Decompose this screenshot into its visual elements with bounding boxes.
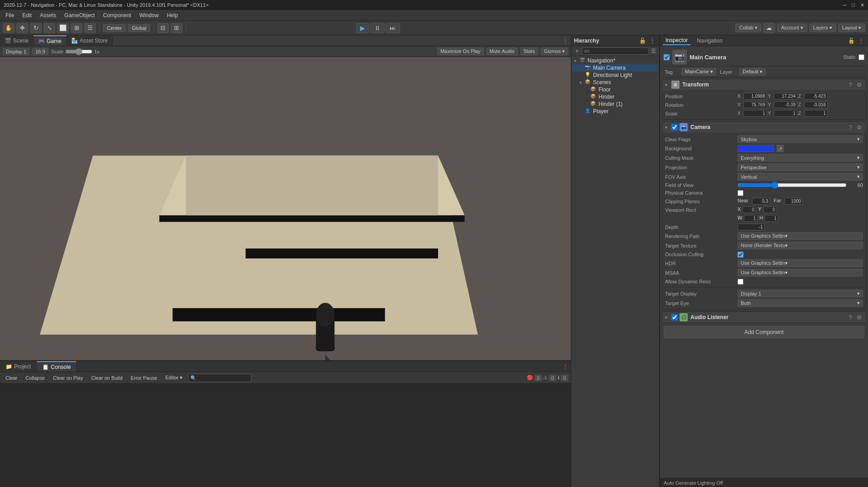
hierarchy-item-floor[interactable]: 📦 Floor <box>572 86 658 93</box>
add-component-btn[interactable]: Add Component <box>664 326 864 339</box>
msaa-dropdown[interactable]: Use Graphics Settin▾ <box>738 269 863 277</box>
bottom-options-btn[interactable]: ⋮ <box>560 363 571 370</box>
collapse-btn[interactable]: Collapse <box>23 375 48 381</box>
pos-z-input[interactable] <box>804 93 828 100</box>
scale-tool-btn[interactable]: ⤡ <box>43 23 55 33</box>
rendering-path-dropdown[interactable]: Use Graphics Settin▾ <box>738 232 863 240</box>
target-display-dropdown[interactable]: Display 1 ▾ <box>738 290 863 297</box>
menu-window[interactable]: Window <box>135 11 162 19</box>
vp-w-input[interactable] <box>744 215 757 222</box>
hierarchy-item-hinder-1[interactable]: 📦 Hinder (1) <box>572 100 658 108</box>
vp-x-input[interactable] <box>743 206 756 213</box>
scale-z-input[interactable] <box>804 110 828 117</box>
hierarchy-lock-btn[interactable]: 🔓 <box>638 37 646 45</box>
error-pause-btn[interactable]: Error Pause <box>128 375 160 381</box>
hierarchy-item-scenes[interactable]: ▾ 📦 Scenes <box>572 79 658 86</box>
pivot-center-btn[interactable]: Center <box>103 24 126 32</box>
inspector-menu-btn[interactable]: ⋮ <box>857 37 865 45</box>
custom-tool-btn[interactable]: ☰ <box>84 23 96 33</box>
background-color-picker-btn[interactable]: ↗ <box>776 145 784 152</box>
hierarchy-item-player[interactable]: 👤 Player <box>572 108 658 115</box>
clear-on-play-btn[interactable]: Clear on Play <box>50 375 86 381</box>
tab-project[interactable]: 📁 Project <box>0 361 37 372</box>
hdr-dropdown[interactable]: Use Graphics Settin▾ <box>738 259 863 267</box>
pivot-global-btn[interactable]: Global <box>128 24 150 32</box>
hand-tool-btn[interactable]: ✋ <box>3 23 14 33</box>
tab-asset-store[interactable]: 🏪 Asset Store <box>67 35 113 46</box>
audio-listener-enabled-checkbox[interactable] <box>671 314 678 320</box>
editor-dropdown-btn[interactable]: Editor ▾ <box>163 374 185 381</box>
hierarchy-add-btn[interactable]: + <box>573 47 581 55</box>
menu-component[interactable]: Component <box>99 11 135 19</box>
console-search-input[interactable] <box>188 374 251 382</box>
audio-listener-info-btn[interactable]: ? <box>847 314 854 321</box>
menu-gameobject[interactable]: GameObject <box>61 11 98 19</box>
menu-edit[interactable]: Edit <box>19 11 35 19</box>
account-btn[interactable]: Account ▾ <box>777 24 807 32</box>
vp-y-input[interactable] <box>763 206 777 213</box>
clear-on-build-btn[interactable]: Clear on Build <box>88 375 125 381</box>
grid-btn[interactable]: ⊞ <box>171 23 183 33</box>
scale-y-input[interactable] <box>774 110 797 117</box>
inspector-tab-navigation[interactable]: Navigation <box>694 37 725 45</box>
menu-help[interactable]: Help <box>163 11 182 19</box>
move-tool-btn[interactable]: ✥ <box>16 23 28 33</box>
inspector-tab-inspector[interactable]: Inspector <box>663 36 690 45</box>
target-eye-dropdown[interactable]: Both ▾ <box>738 299 863 307</box>
pause-btn[interactable]: ⏸ <box>370 23 385 33</box>
rotate-tool-btn[interactable]: ↻ <box>30 23 42 33</box>
layers-btn[interactable]: Layers ▾ <box>809 24 836 32</box>
collab-btn[interactable]: Collab ▾ <box>735 24 762 32</box>
close-btn[interactable]: ✕ <box>860 2 864 8</box>
culling-mask-dropdown[interactable]: Everything ▾ <box>738 154 863 162</box>
view-options-btn[interactable]: ⋮ <box>560 38 571 44</box>
play-btn[interactable]: ▶ <box>356 23 369 33</box>
physical-camera-checkbox[interactable] <box>738 190 743 196</box>
display-selector[interactable]: Display 1 <box>3 48 29 55</box>
pos-x-input[interactable] <box>743 93 767 100</box>
gameobject-active-checkbox[interactable] <box>664 54 670 60</box>
tab-game[interactable]: 🎮 Game <box>34 35 67 46</box>
transform-info-btn[interactable]: ? <box>847 81 854 88</box>
allow-dynamic-checkbox[interactable] <box>738 279 743 285</box>
aspect-selector[interactable]: 16:9 <box>32 48 48 55</box>
scale-slider[interactable] <box>65 48 92 55</box>
hierarchy-search-input[interactable] <box>582 48 649 55</box>
camera-settings-btn[interactable]: ⚙ <box>856 124 863 131</box>
rot-y-input[interactable] <box>774 101 797 108</box>
projection-dropdown[interactable]: Perspective ▾ <box>738 163 863 171</box>
snap-btn[interactable]: ⊟ <box>157 23 169 33</box>
rot-z-input[interactable] <box>804 101 828 108</box>
rot-x-input[interactable] <box>743 101 767 108</box>
hierarchy-item-hinder[interactable]: 📦 Hinder <box>572 93 658 100</box>
hierarchy-item-directional-light[interactable]: 💡 Directional Light <box>572 72 658 79</box>
clear-flags-dropdown[interactable]: Skybox ▾ <box>738 135 863 143</box>
clear-btn[interactable]: Clear <box>3 375 20 381</box>
audio-listener-header[interactable]: ▾ 🎧 Audio Listener ? ⚙ <box>662 312 866 323</box>
tag-dropdown[interactable]: MainCame ▾ <box>682 68 716 76</box>
tab-console[interactable]: 📋 Console <box>37 361 77 372</box>
transform-tool-btn[interactable]: ⊞ <box>71 23 82 33</box>
cloud-btn[interactable]: ☁ <box>763 23 775 33</box>
pos-y-input[interactable] <box>774 93 797 100</box>
depth-input[interactable] <box>738 224 765 230</box>
vp-h-input[interactable] <box>765 215 778 222</box>
maximize-on-play-btn[interactable]: Maximize On Play <box>437 48 484 55</box>
camera-header[interactable]: ▾ 📷 Camera ? ⚙ <box>662 122 866 133</box>
inspector-lock-btn[interactable]: 🔓 <box>847 37 855 45</box>
hierarchy-menu-btn[interactable]: ⋮ <box>648 37 656 45</box>
rect-tool-btn[interactable]: ⬜ <box>57 23 69 33</box>
menu-assets[interactable]: Assets <box>36 11 60 19</box>
hierarchy-filter-btn[interactable]: ☰ <box>650 47 657 55</box>
camera-info-btn[interactable]: ? <box>847 124 854 131</box>
step-btn[interactable]: ⏭ <box>386 23 400 33</box>
static-checkbox[interactable] <box>858 54 864 60</box>
stats-btn[interactable]: Stats <box>521 48 538 55</box>
hierarchy-item-main-camera[interactable]: 📷 Main Camera <box>572 64 658 72</box>
fov-slider[interactable] <box>738 182 847 188</box>
minimize-btn[interactable]: ─ <box>843 2 847 8</box>
layer-dropdown[interactable]: Default ▾ <box>739 68 766 76</box>
menu-file[interactable]: File <box>2 11 18 19</box>
gizmos-btn[interactable]: Gizmos ▾ <box>541 48 568 55</box>
near-input[interactable] <box>752 198 770 205</box>
